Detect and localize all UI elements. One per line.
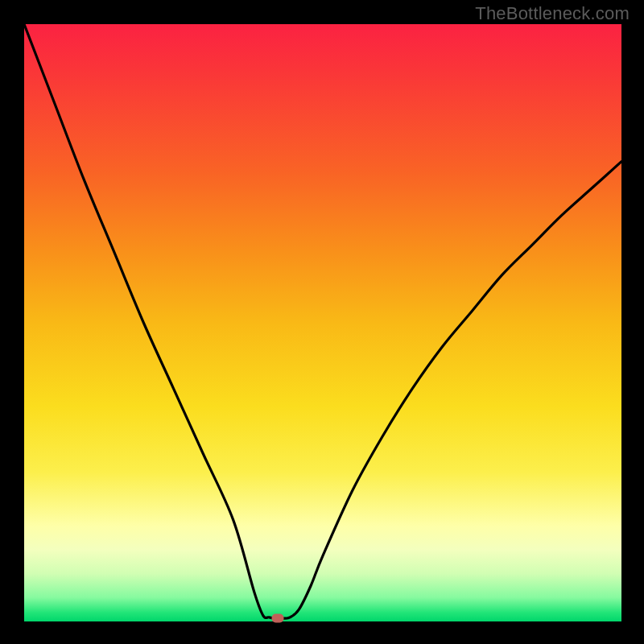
plot-area <box>24 24 621 621</box>
bottleneck-curve <box>24 24 621 618</box>
curve-svg <box>24 24 621 621</box>
chart-frame: TheBottleneck.com <box>0 0 644 644</box>
min-marker <box>272 614 284 623</box>
watermark-text: TheBottleneck.com <box>475 3 630 24</box>
